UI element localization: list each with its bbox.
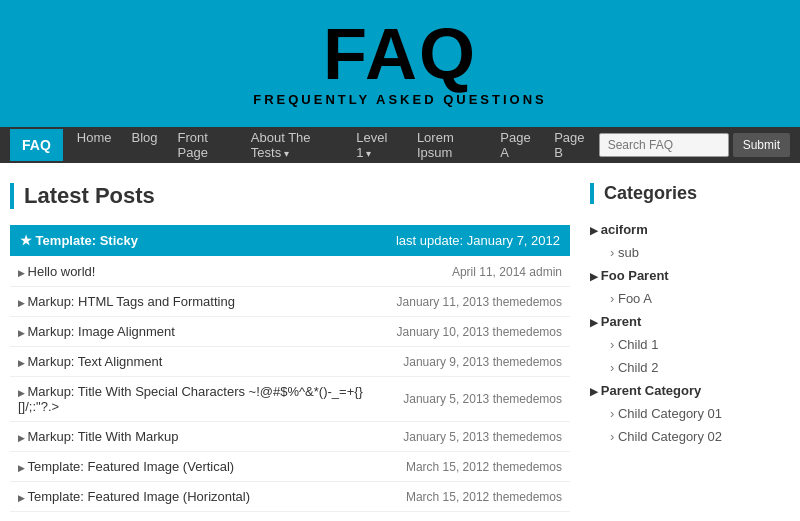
post-title[interactable]: Hello world! (18, 264, 95, 279)
post-title[interactable]: Template: Featured Image (Vertical) (18, 459, 234, 474)
nav-item-about-the-tests[interactable]: About The Tests (241, 122, 346, 168)
nav-item-blog[interactable]: Blog (121, 122, 167, 153)
post-title[interactable]: Markup: Text Alignment (18, 354, 162, 369)
category-item-foo-a[interactable]: Foo A (590, 287, 790, 310)
post-meta: March 15, 2012 themedemos (406, 460, 562, 474)
category-item-sub[interactable]: sub (590, 241, 790, 264)
post-row[interactable]: Markup: Title With Special Characters ~!… (10, 377, 570, 422)
category-item-child-1[interactable]: Child 1 (590, 333, 790, 356)
main-content: Latest Posts ★ Template: Sticky last upd… (10, 183, 570, 512)
post-row[interactable]: Markup: Text AlignmentJanuary 9, 2013 th… (10, 347, 570, 377)
nav-item-front-page[interactable]: Front Page (168, 122, 241, 168)
section-title: Latest Posts (10, 183, 570, 209)
post-meta: April 11, 2014 admin (452, 265, 562, 279)
nav-item-lorem-ipsum[interactable]: Lorem Ipsum (407, 122, 490, 168)
posts-list: Hello world!April 11, 2014 adminMarkup: … (10, 257, 570, 512)
nav-item-level-1[interactable]: Level 1 (346, 122, 407, 168)
category-item-foo-parent[interactable]: Foo Parent (590, 264, 790, 287)
category-item-parent[interactable]: Parent (590, 310, 790, 333)
nav-item-page-a[interactable]: Page A (490, 122, 544, 168)
post-row[interactable]: Markup: Title With MarkupJanuary 5, 2013… (10, 422, 570, 452)
search-button[interactable]: Submit (733, 133, 790, 157)
site-subtitle: FREQUENTLY ASKED QUESTIONS (0, 92, 800, 107)
category-item-child-2[interactable]: Child 2 (590, 356, 790, 379)
nav-item-home[interactable]: Home (67, 122, 122, 153)
nav-items: HomeBlogFront PageAbout The TestsLevel 1… (67, 122, 599, 168)
category-item-child-category-01[interactable]: Child Category 01 (590, 402, 790, 425)
nav-search: Submit (599, 133, 790, 157)
category-item-aciform[interactable]: aciform (590, 218, 790, 241)
sticky-label: ★ Template: Sticky (20, 233, 138, 248)
category-item-child-category-02[interactable]: Child Category 02 (590, 425, 790, 448)
category-item-parent-category[interactable]: Parent Category (590, 379, 790, 402)
search-input[interactable] (599, 133, 729, 157)
post-meta: January 5, 2013 themedemos (403, 430, 562, 444)
post-meta: January 11, 2013 themedemos (397, 295, 562, 309)
sidebar: Categories aciformsubFoo ParentFoo APare… (590, 183, 790, 512)
post-meta: March 15, 2012 themedemos (406, 490, 562, 504)
site-title: FAQ (0, 18, 800, 90)
post-title[interactable]: Markup: HTML Tags and Formatting (18, 294, 235, 309)
nav-item-page-b[interactable]: Page B (544, 122, 598, 168)
post-title[interactable]: Markup: Title With Markup (18, 429, 179, 444)
post-meta: January 5, 2013 themedemos (403, 392, 562, 406)
post-row[interactable]: Markup: Image AlignmentJanuary 10, 2013 … (10, 317, 570, 347)
post-row[interactable]: Template: Featured Image (Horizontal)Mar… (10, 482, 570, 512)
sidebar-section-title: Categories (590, 183, 790, 204)
post-title[interactable]: Markup: Title With Special Characters ~!… (18, 384, 403, 414)
post-meta: January 10, 2013 themedemos (397, 325, 562, 339)
post-title[interactable]: Template: Featured Image (Horizontal) (18, 489, 250, 504)
site-header: FAQ FREQUENTLY ASKED QUESTIONS (0, 0, 800, 127)
posts-container: ★ Template: Sticky last update: January … (10, 225, 570, 512)
post-row[interactable]: Template: Featured Image (Vertical)March… (10, 452, 570, 482)
sticky-post[interactable]: ★ Template: Sticky last update: January … (10, 225, 570, 256)
post-meta: January 9, 2013 themedemos (403, 355, 562, 369)
post-title[interactable]: Markup: Image Alignment (18, 324, 175, 339)
main-nav: FAQ HomeBlogFront PageAbout The TestsLev… (0, 127, 800, 163)
post-row[interactable]: Markup: HTML Tags and FormattingJanuary … (10, 287, 570, 317)
category-list: aciformsubFoo ParentFoo AParentChild 1Ch… (590, 218, 790, 448)
content-wrapper: Latest Posts ★ Template: Sticky last upd… (0, 163, 800, 521)
post-row[interactable]: Hello world!April 11, 2014 admin (10, 257, 570, 287)
nav-brand[interactable]: FAQ (10, 129, 63, 161)
sticky-meta: last update: January 7, 2012 (396, 233, 560, 248)
